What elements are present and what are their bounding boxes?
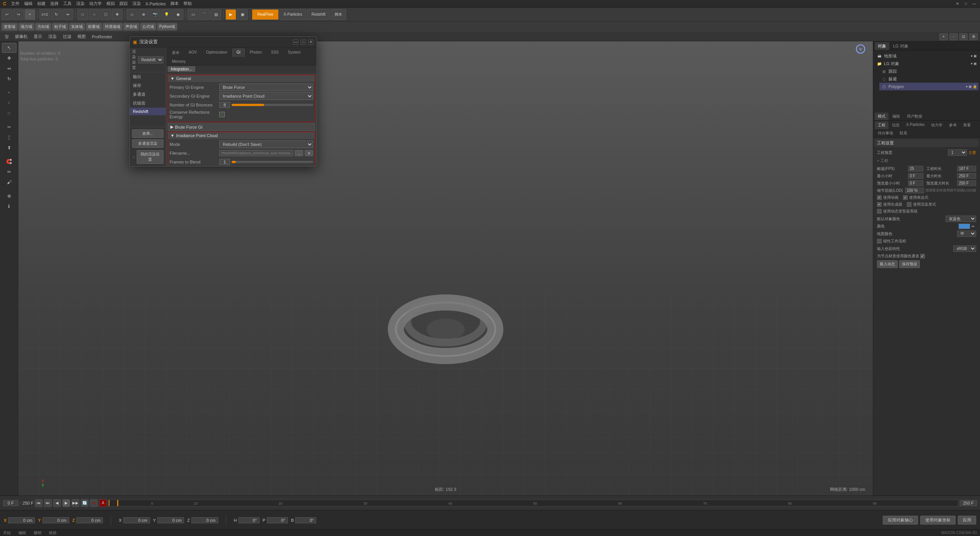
dialog-minimize[interactable]: — xyxy=(293,39,298,45)
tool-poly[interactable]: □ xyxy=(2,108,16,118)
tool-info[interactable]: ℹ xyxy=(2,201,16,211)
status-compile[interactable]: 编辑 xyxy=(18,530,26,536)
realflow-mode[interactable]: RealFlow xyxy=(252,9,279,20)
omt-objects[interactable]: 对象 xyxy=(875,42,889,50)
menu-render2[interactable]: 渲染 xyxy=(132,1,141,7)
select4[interactable]: ✥ xyxy=(112,9,122,20)
size-x-input[interactable] xyxy=(123,517,150,523)
transport-next-frame[interactable]: ▶▶ xyxy=(72,499,79,507)
tool-axis[interactable]: ⊕ xyxy=(2,191,16,201)
transport-goto-end[interactable]: ⏭ xyxy=(44,499,52,507)
select2[interactable]: ○ xyxy=(89,9,100,20)
tool-tab-dynamics[interactable]: 动力学 xyxy=(928,121,946,129)
apply-object-axis-btn[interactable]: 应用对象轴心 xyxy=(883,516,918,525)
render-icon[interactable]: ▣ xyxy=(973,54,977,58)
sub-shitu[interactable]: 视图 xyxy=(75,33,88,40)
proj-preset-select[interactable]: 1 xyxy=(948,149,967,156)
tool-point[interactable]: • xyxy=(2,88,16,98)
linear-wf-cb[interactable] xyxy=(877,239,882,243)
tool-brush[interactable]: ✏ xyxy=(2,167,16,177)
multi-render-btn[interactable]: 多通道渲染 xyxy=(132,139,163,148)
menu-select[interactable]: 选择 xyxy=(50,1,59,7)
tree-item-polygon[interactable]: ⬡ Polygon ● ▣ 🔒 xyxy=(879,83,978,90)
size-z-input[interactable] xyxy=(191,517,218,523)
pos-z-input[interactable] xyxy=(76,517,103,523)
rs-tab-optimization[interactable]: Optimization xyxy=(202,49,232,57)
sub-prorender[interactable]: ProRender xyxy=(90,34,114,40)
vis-icon[interactable]: ● xyxy=(971,54,973,58)
vp-settings[interactable]: ⚙ xyxy=(969,33,978,40)
move-btn[interactable]: XYZ xyxy=(39,9,50,20)
rpanel-tab-edit[interactable]: 编辑 xyxy=(889,113,903,120)
tool-tab-project[interactable]: 工程 xyxy=(875,121,889,129)
tool-move[interactable]: ✥ xyxy=(2,53,16,63)
lod-input[interactable] xyxy=(905,188,924,193)
rot-b-input[interactable] xyxy=(295,517,316,523)
ipc-filename-clear[interactable]: ✕ xyxy=(305,150,313,156)
tool-select[interactable]: ↖ xyxy=(2,43,16,53)
dialog-titlebar[interactable]: ▣ 渲染设置 — □ ✕ xyxy=(130,37,317,47)
scale-btn[interactable]: ⇔ xyxy=(62,9,73,20)
color-swatch[interactable] xyxy=(959,224,970,229)
default-color-select[interactable]: 灰蓝色 xyxy=(946,216,976,222)
node-mat-color-cb[interactable] xyxy=(920,254,925,258)
menu-create[interactable]: 创建 xyxy=(37,1,46,7)
tree-item-avoid[interactable]: ◌ 躲避 xyxy=(879,75,978,83)
rpanel-tab-userdata[interactable]: 用户数据 xyxy=(904,113,925,120)
input-color-select[interactable]: sRGB xyxy=(953,245,976,252)
min-hr-input[interactable] xyxy=(908,173,923,179)
gi-bounces-slider[interactable] xyxy=(232,104,313,106)
tool-scale[interactable]: ⇔ xyxy=(2,64,16,74)
apply-btn[interactable]: 应用 xyxy=(958,516,976,525)
camera-btn[interactable]: 📷 xyxy=(150,9,160,20)
transport-prev-frame[interactable]: ◀ xyxy=(53,499,61,507)
tree-item-dxingy[interactable]: 🏔 地形域 ● ▣ xyxy=(875,52,978,60)
rpanel-tab-mode[interactable]: 模式 xyxy=(875,113,889,120)
current-frame-input[interactable] xyxy=(3,500,18,506)
dl-item-aa[interactable]: 抗锯齿 xyxy=(130,99,166,108)
add-project-btn[interactable]: + 工程 xyxy=(875,157,978,165)
tool-tab-info[interactable]: 信息 xyxy=(889,121,903,129)
menu-xparticles[interactable]: X-Particles xyxy=(145,2,166,6)
field-huanjing[interactable]: 环境场域 xyxy=(103,23,122,31)
use-deform-cb[interactable] xyxy=(877,209,882,214)
poly-lock[interactable]: 🔒 xyxy=(973,85,977,88)
pos-y-input[interactable] xyxy=(42,517,69,523)
field-bianxingy[interactable]: 变形域 xyxy=(2,23,18,31)
sub-xuanran[interactable]: 渲染 xyxy=(46,33,59,40)
use-anim-cb[interactable] xyxy=(877,195,882,200)
use-expr-cb[interactable] xyxy=(903,195,908,200)
tree-item-lg[interactable]: 📁 LG 对象 ● ▣ xyxy=(875,60,978,67)
omt-lg[interactable]: LG 对象 xyxy=(890,42,911,50)
field-shiti[interactable]: 实体域 xyxy=(69,23,85,31)
redshift-mode[interactable]: Redshift xyxy=(307,9,330,20)
field-python[interactable]: Python域 xyxy=(157,23,177,31)
ipc-mode-select[interactable]: Rebuild (Don't Save) Rebuild Load xyxy=(219,141,313,148)
dialog-maximize[interactable]: □ xyxy=(301,39,306,45)
tree-item-track[interactable]: ◎ 跟踪 xyxy=(879,67,978,75)
primary-gi-select[interactable]: Brute Force Irradiance Cache xyxy=(219,83,313,91)
null-btn[interactable]: ⊕ xyxy=(138,9,149,20)
render-preview[interactable]: ▶ xyxy=(225,9,236,20)
rs-tab-aov[interactable]: AOV xyxy=(185,49,201,57)
ipc-ftb-slider[interactable] xyxy=(232,161,313,163)
menu-edit[interactable]: 编辑 xyxy=(24,1,33,7)
undo-btn[interactable]: ↩ xyxy=(2,9,12,20)
effects-btn[interactable]: 效果... xyxy=(132,129,163,138)
max-len-input[interactable] xyxy=(957,173,976,179)
renderer-select[interactable]: Redshift xyxy=(138,56,163,64)
conserve-refl-cb[interactable]: ✓ xyxy=(219,112,225,117)
tool-knife[interactable]: ✂ xyxy=(2,122,16,132)
vp-frame[interactable]: ⊡ xyxy=(959,33,968,40)
size-y-input[interactable] xyxy=(157,517,184,523)
rot-h-input[interactable] xyxy=(238,517,260,523)
poly-render[interactable]: ▣ xyxy=(969,85,972,88)
tool-edge[interactable]: / xyxy=(2,98,16,108)
sky-btn[interactable]: ⌒ xyxy=(199,9,210,20)
menu-tools[interactable]: 工具 xyxy=(63,1,72,7)
dl-item-output[interactable]: 输出 xyxy=(130,72,166,81)
preview-min-input[interactable] xyxy=(908,180,923,186)
sub-guolv[interactable]: 过滤 xyxy=(60,33,74,40)
menu-dynamics[interactable]: 动力学 xyxy=(89,1,102,7)
tool-rotate[interactable]: ↻ xyxy=(2,74,16,84)
